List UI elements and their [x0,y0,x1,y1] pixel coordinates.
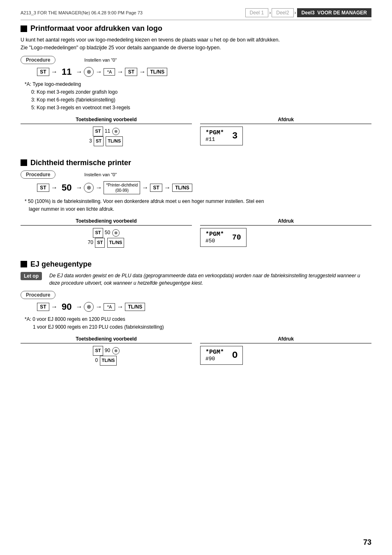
section-dichtheid: Dichtheid thermische printer Procedure I… [21,159,371,248]
section-icon-2 [21,159,27,166]
example-keys-col-1: Toetsbediening voorbeeld ST 11 ⊗ 3 ST TL… [21,117,192,146]
procedure-row-2: Procedure Instellen van "0" [21,170,371,179]
keys-title-1: Toetsbediening voorbeeld [21,117,192,124]
procedure-badge-1: Procedure [21,56,55,64]
flow-diagram-1: ST → 11 → ⊗ → *A → ST → TL/NS [37,67,371,77]
section-title-printformaat: Printformaat voor afdrukken van logo [21,24,371,33]
procedure-badge-2: Procedure [21,170,55,179]
procedure-badge-3: Procedure [21,291,55,299]
print-title-3: Afdruk [200,336,371,343]
keys-content-2: ST 50 ⊗ 70 ST TL/NS [21,228,192,248]
key-st-4: ST [150,184,162,192]
key-printer-density: *Printer-dichtheid(00-99) [104,181,140,194]
section-icon [21,25,27,32]
instellen-label-2: Instellen van "0" [84,172,117,177]
section-printformaat: Printformaat voor afdrukken van logo U k… [21,24,371,146]
key-cross-3: ⊗ [84,302,94,312]
key-st-2: ST [125,68,137,76]
flow-container-3: Procedure ST → 90 → ⊗ → *A → TL/NS [21,291,371,312]
key-star-a-3: *A [104,303,115,311]
page-header: A213_3 FOR THE MANAGER(Ne) 06.4.28 9:00 … [21,8,371,20]
keys-content-3: ST 90 ⊗ 0 TL/NS [21,346,192,366]
key-tlns-3: TL/NS [125,303,145,311]
section-title-ej: EJ geheugentype [21,260,371,269]
key-st-5: ST [37,303,49,311]
receipt-2: *PGM* #50 70 [200,228,247,247]
section-title-dichtheid: Dichtheid thermische printer [21,159,371,167]
keys-title-3: Toetsbediening voorbeeld [21,336,192,343]
example-table-3: Toetsbediening voorbeeld ST 90 ⊗ 0 TL/NS… [21,336,371,366]
header-left: A213_3 FOR THE MANAGER(Ne) 06.4.28 9:00 … [21,10,143,15]
notes-3: *A: 0 voor EJ 8000 regels en 1200 PLU co… [25,315,371,331]
key-st-1: ST [37,68,49,76]
notes-1: *A: Type logo-mededeling 0: Kop met 3-re… [25,81,371,112]
flow-container-1: Procedure Instellen van "0" ST → 11 → ⊗ … [21,56,371,77]
tab-deel2[interactable]: Deel2 [272,8,293,17]
instellen-label-1: Instellen van "0" [84,58,117,62]
section-icon-3 [21,261,27,267]
letop-row: Let op De EJ data worden gewist en de PL… [21,272,371,287]
example-keys-col-3: Toetsbediening voorbeeld ST 90 ⊗ 0 TL/NS [21,336,192,366]
example-print-col-2: Afdruk *PGM* #50 70 [200,218,371,248]
header-tabs: Deel 1 › Deel2 › Deel3 VOOR DE MANAGER [245,8,371,17]
receipt-1: *PGM* #11 3 [200,127,243,145]
key-st-3: ST [37,184,49,192]
page: A213_3 FOR THE MANAGER(Ne) 06.4.28 9:00 … [0,0,392,555]
print-title-1: Afdruk [200,117,371,124]
print-title-2: Afdruk [200,218,371,226]
section-desc1: U kunt het aantal regels voor uw logo-me… [21,36,371,52]
notes-2: * 50 (100%) is de fabrieksinstelling. Vo… [25,198,371,213]
example-print-col-3: Afdruk *PGM* #90 O [200,336,371,366]
example-keys-col-2: Toetsbediening voorbeeld ST 50 ⊗ 70 ST T… [21,218,192,248]
tab-deel1[interactable]: Deel 1 [245,8,269,17]
procedure-row-3: Procedure [21,291,371,299]
example-table-2: Toetsbediening voorbeeld ST 50 ⊗ 70 ST T… [21,218,371,248]
flow-container-2: Procedure Instellen van "0" ST → 50 → ⊗ … [21,170,371,194]
keys-title-2: Toetsbediening voorbeeld [21,218,192,226]
letop-badge: Let op [21,272,42,280]
key-cross-1: ⊗ [84,67,94,77]
procedure-row-1: Procedure Instellen van "0" [21,56,371,64]
example-print-col-1: Afdruk *PGM* #11 3 [200,117,371,146]
flow-diagram-2: ST → 50 → ⊗ → *Printer-dichtheid(00-99) … [37,181,371,194]
flow-diagram-3: ST → 90 → ⊗ → *A → TL/NS [37,302,371,312]
key-tlns-1: TL/NS [147,68,167,76]
key-star-a-1: *A [104,68,115,76]
key-tlns-2: TL/NS [172,184,192,192]
receipt-3: *PGM* #90 O [200,346,243,365]
keys-content-1: ST 11 ⊗ 3 ST TL/NS [21,127,192,146]
tab-deel3[interactable]: Deel3 VOOR DE MANAGER [297,8,371,17]
page-number: 73 [363,538,371,547]
example-table-1: Toetsbediening voorbeeld ST 11 ⊗ 3 ST TL… [21,117,371,146]
key-cross-2: ⊗ [84,183,94,193]
section-ej: EJ geheugentype Let op De EJ data worden… [21,260,371,366]
letop-text: De EJ data worden gewist en de PLU data … [49,272,371,287]
